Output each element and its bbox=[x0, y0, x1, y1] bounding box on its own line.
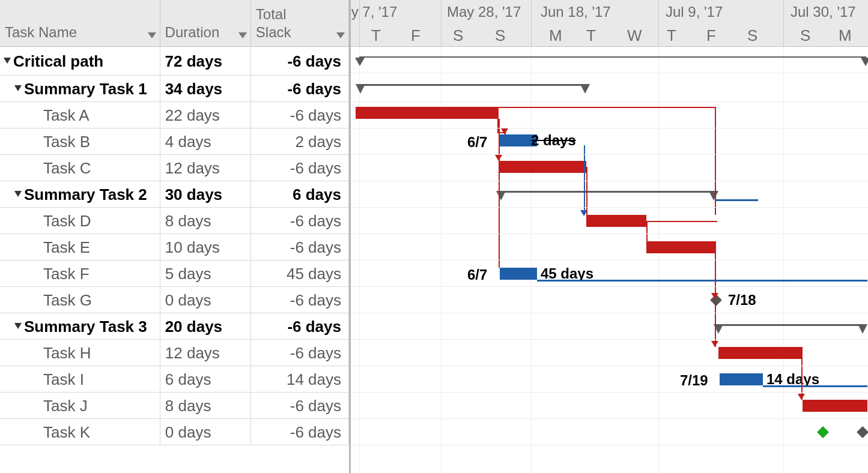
cell-duration[interactable]: 30 days bbox=[160, 181, 251, 207]
chart-row-guide bbox=[351, 340, 868, 366]
collapse-icon[interactable] bbox=[14, 191, 22, 198]
table-row[interactable]: Task D8 days-6 days bbox=[0, 208, 349, 234]
duration-label: 30 days bbox=[165, 187, 222, 202]
duration-label: 4 days bbox=[165, 134, 211, 149]
chart-row-guide bbox=[351, 419, 868, 445]
table-row[interactable]: Task C12 days-6 days bbox=[0, 155, 349, 181]
cell-task-name[interactable]: Critical path bbox=[0, 47, 160, 75]
chart-row-guide bbox=[351, 76, 868, 102]
collapse-icon[interactable] bbox=[14, 323, 22, 330]
slack-label: 14 days bbox=[287, 372, 341, 387]
task-name-label: Summary Task 3 bbox=[24, 319, 147, 334]
table-row[interactable]: Task J8 days-6 days bbox=[0, 393, 349, 419]
table-row[interactable]: Task A22 days-6 days bbox=[0, 102, 349, 128]
cell-slack[interactable]: 6 days bbox=[251, 181, 349, 207]
chart-row-guide bbox=[351, 287, 868, 313]
collapse-icon[interactable] bbox=[4, 58, 11, 65]
cell-slack[interactable]: -6 days bbox=[251, 393, 349, 418]
cell-slack[interactable]: -6 days bbox=[251, 102, 349, 128]
table-row[interactable]: Summary Task 230 days6 days bbox=[0, 181, 349, 208]
chart-row-guide bbox=[351, 102, 868, 128]
cell-duration[interactable]: 12 days bbox=[160, 340, 251, 366]
cell-slack[interactable]: -6 days bbox=[251, 208, 349, 233]
cell-duration[interactable]: 8 days bbox=[160, 208, 251, 233]
cell-task-name[interactable]: Task J bbox=[0, 393, 160, 418]
cell-duration[interactable]: 22 days bbox=[160, 102, 251, 128]
cell-slack[interactable]: -6 days bbox=[251, 419, 349, 445]
column-header-task-name[interactable]: Task Name bbox=[0, 0, 160, 47]
cell-slack[interactable]: 45 days bbox=[251, 261, 349, 286]
cell-task-name[interactable]: Task H bbox=[0, 340, 160, 366]
chart-row-guide bbox=[351, 47, 868, 73]
cell-slack[interactable]: -6 days bbox=[251, 47, 349, 75]
column-header-label: Slack bbox=[256, 24, 344, 41]
cell-task-name[interactable]: Task B bbox=[0, 128, 160, 154]
table-row[interactable]: Task K0 days-6 days bbox=[0, 419, 349, 445]
table-row[interactable]: Task G0 days-6 days bbox=[0, 287, 349, 313]
table-row[interactable]: Summary Task 134 days-6 days bbox=[0, 76, 349, 102]
table-row[interactable]: Task B4 days2 days bbox=[0, 128, 349, 155]
cell-duration[interactable]: 34 days bbox=[160, 76, 251, 101]
slack-label: 45 days bbox=[287, 266, 341, 282]
cell-task-name[interactable]: Task E bbox=[0, 234, 160, 260]
chart-row-guide bbox=[351, 313, 868, 340]
chart-row-guide bbox=[351, 261, 868, 287]
slack-label: -6 days bbox=[290, 107, 341, 123]
cell-task-name[interactable]: Task K bbox=[0, 419, 160, 445]
cell-task-name[interactable]: Task I bbox=[0, 366, 160, 392]
table-row[interactable]: Summary Task 320 days-6 days bbox=[0, 313, 349, 340]
collapse-icon[interactable] bbox=[14, 85, 22, 92]
cell-duration[interactable]: 0 days bbox=[160, 287, 251, 313]
timescale-date-label: May 28, '17 bbox=[447, 4, 521, 20]
task-name-label: Task F bbox=[43, 266, 90, 282]
table-row[interactable]: Task I6 days14 days bbox=[0, 366, 349, 393]
dropdown-icon[interactable] bbox=[148, 32, 156, 38]
cell-duration[interactable]: 12 days bbox=[160, 155, 251, 181]
cell-duration[interactable]: 72 days bbox=[160, 47, 251, 75]
cell-duration[interactable]: 10 days bbox=[160, 234, 251, 260]
slack-label: -6 days bbox=[290, 160, 341, 176]
timescale-day-label: F bbox=[411, 26, 420, 45]
cell-slack[interactable]: -6 days bbox=[251, 234, 349, 260]
chart-row-guide bbox=[351, 155, 868, 181]
cell-duration[interactable]: 5 days bbox=[160, 261, 251, 286]
column-header-total-slack[interactable]: Total Slack bbox=[251, 0, 349, 47]
cell-task-name[interactable]: Task G bbox=[0, 287, 160, 313]
table-row[interactable]: Task E10 days-6 days bbox=[0, 234, 349, 261]
column-header-upper: Total bbox=[256, 0, 344, 24]
task-name-label: Task H bbox=[43, 345, 91, 361]
slack-label: -6 days bbox=[287, 81, 341, 97]
duration-label: 0 days bbox=[165, 424, 211, 440]
cell-slack[interactable]: -6 days bbox=[251, 76, 349, 101]
cell-duration[interactable]: 20 days bbox=[160, 313, 251, 339]
cell-slack[interactable]: -6 days bbox=[251, 287, 349, 313]
cell-duration[interactable]: 8 days bbox=[160, 393, 251, 418]
cell-slack[interactable]: -6 days bbox=[251, 340, 349, 366]
cell-task-name[interactable]: Summary Task 3 bbox=[0, 313, 160, 339]
svg-marker-4 bbox=[14, 85, 22, 91]
cell-duration[interactable]: 4 days bbox=[160, 128, 251, 154]
cell-slack[interactable]: 14 days bbox=[251, 366, 349, 392]
cell-slack[interactable]: 2 days bbox=[251, 128, 349, 154]
dropdown-icon[interactable] bbox=[238, 32, 247, 38]
table-row[interactable]: Critical path72 days-6 days bbox=[0, 47, 349, 76]
cell-task-name[interactable]: Task C bbox=[0, 155, 160, 181]
cell-duration[interactable]: 0 days bbox=[160, 419, 251, 445]
column-header-duration[interactable]: Duration bbox=[160, 0, 251, 47]
cell-task-name[interactable]: Summary Task 2 bbox=[0, 181, 160, 207]
cell-duration[interactable]: 6 days bbox=[160, 366, 251, 392]
timescale-date-label: Jul 30, '17 bbox=[791, 4, 856, 20]
task-name-label: Task I bbox=[43, 372, 84, 387]
cell-task-name[interactable]: Task F bbox=[0, 261, 160, 286]
cell-slack[interactable]: -6 days bbox=[251, 155, 349, 181]
table-row[interactable]: Task H12 days-6 days bbox=[0, 340, 349, 366]
gantt-chart[interactable]: ıy 7, '17May 28, '17Jun 18, '17Jul 9, '1… bbox=[351, 0, 868, 473]
table-row[interactable]: Task F5 days45 days bbox=[0, 261, 349, 287]
cell-slack[interactable]: -6 days bbox=[251, 313, 349, 339]
cell-task-name[interactable]: Task D bbox=[0, 208, 160, 233]
cell-task-name[interactable]: Task A bbox=[0, 102, 160, 128]
slack-label: -6 days bbox=[287, 319, 341, 334]
task-name-label: Task D bbox=[43, 213, 91, 229]
dropdown-icon[interactable] bbox=[336, 32, 345, 38]
cell-task-name[interactable]: Summary Task 1 bbox=[0, 76, 160, 101]
